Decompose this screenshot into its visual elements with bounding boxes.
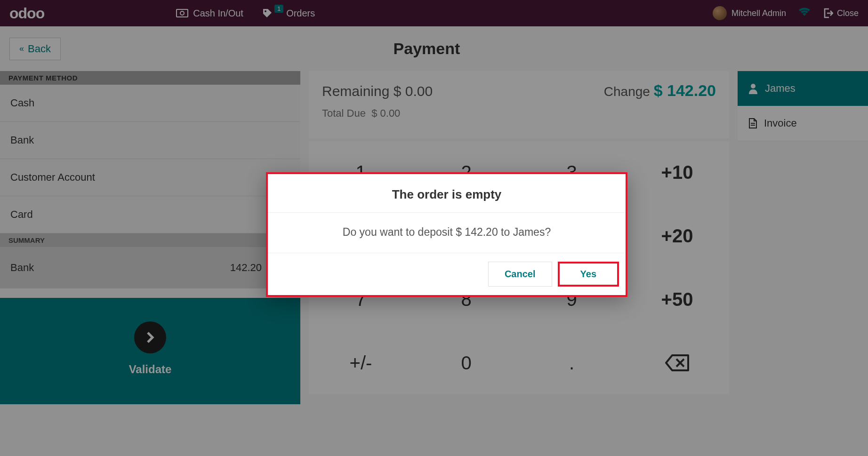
- dialog-body: Do you want to deposit $ 142.20 to James…: [268, 213, 626, 253]
- cancel-button[interactable]: Cancel: [488, 262, 552, 287]
- yes-button[interactable]: Yes: [558, 262, 619, 287]
- confirm-dialog: The order is empty Do you want to deposi…: [266, 172, 627, 297]
- dialog-footer: Cancel Yes: [268, 253, 626, 295]
- dialog-title: The order is empty: [268, 174, 626, 213]
